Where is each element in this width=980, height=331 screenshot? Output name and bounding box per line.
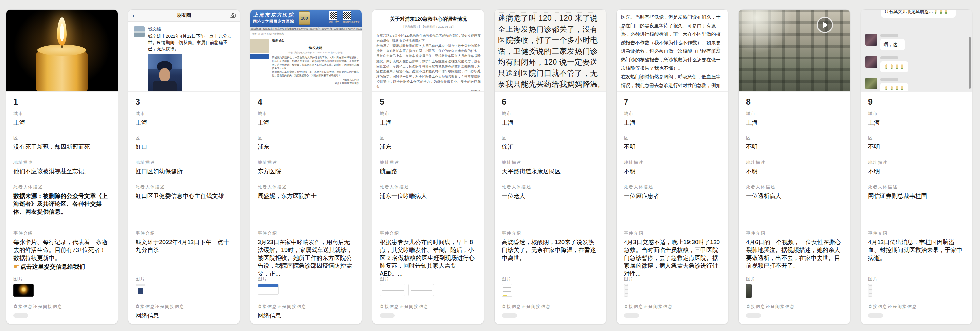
thumbnail-document-screenshot[interactable] — [409, 284, 434, 296]
hospital-website-screenshot: 上海市东方医院 同济大学附属东方医院 100 微信二维码 患者移动服务平台 医院… — [250, 10, 362, 91]
field-direct: 直接信息还是间接信息 — [624, 304, 721, 323]
video-still — [739, 10, 850, 91]
moments-post: 钱文雄 钱文雄于2022年4月12日下午一点十九分去世。疫情期间一切从简。家属目… — [128, 22, 240, 92]
district-label: 区 — [258, 135, 355, 141]
scrollbar[interactable] — [969, 37, 970, 89]
address-label: 地址描述 — [380, 160, 477, 165]
record-body: 7 城市 上海 区 不明 地址描述 不明 死者大体描述 一位癌症患者 事件介绍 … — [617, 92, 728, 323]
field-event: 事件介绍 钱文雄于2022年4月12日下午一点十九分自杀 — [135, 230, 232, 276]
district-value: 浦东 — [258, 143, 355, 151]
direct-label: 直接信息还是间接信息 — [13, 304, 110, 309]
city-label: 城市 — [502, 111, 599, 116]
record-card[interactable]: 上海市东方医院 同济大学附属东方医院 100 微信二维码 患者移动服务平台 医院… — [250, 9, 362, 325]
submit-info-link[interactable]: 点击这里提交信息给我们 — [20, 264, 85, 270]
image-thumbnails — [502, 284, 599, 297]
deceased-label: 死者大体描述 — [380, 184, 477, 190]
deceased-label: 死者大体描述 — [624, 184, 721, 190]
record-body: 4 城市 上海 区 浦东 地址描述 东方医院 死者大体描述 周盛妮，东方医院护士… — [250, 92, 362, 323]
district-value: 没有死于新冠，却因新冠而死 — [13, 143, 110, 151]
district-value: 浦东 — [380, 143, 477, 151]
record-body: 5 城市 上海 区 浦东 地址描述 航昌路 死者大体描述 浦东一位哮喘病人 事件… — [372, 92, 484, 323]
record-body: 3 城市 上海 区 虹口 地址描述 虹口区妇幼保健所 死者大体描述 虹口区卫健委… — [128, 92, 240, 323]
record-cover-image[interactable]: 迷病危了叫 120，120 来了说 全上海发热门诊都关了，没有 医院接收，打了一… — [495, 10, 606, 92]
record-cover-image[interactable]: 关于对浦东120急救中心的调查情况 【信息来源：】【信息时间：2022-03-3… — [372, 10, 484, 92]
field-address: 地址描述 他们不应该被漠视甚至忘记。 — [13, 160, 110, 184]
field-city: 城市 上海 — [13, 111, 110, 135]
deceased-label: 死者大体描述 — [258, 184, 355, 190]
thumbnail-chat-screenshot[interactable] — [868, 284, 872, 297]
city-label: 城市 — [746, 111, 843, 116]
city-label: 城市 — [13, 111, 110, 116]
record-card[interactable]: 微博 微博 微博 医院。当时有些低烧，但是发热门诊在消杀，于 是在门口的黑夜里等… — [616, 9, 728, 325]
pray-hands-emoji — [895, 64, 899, 69]
event-value: 每张卡片、每行记录，代表着一条逝去的鲜活生命。目前有73+位死者！数据持续更新中… — [13, 238, 110, 262]
record-cover-image[interactable] — [6, 10, 118, 92]
field-city: 城市 上海 — [502, 111, 599, 135]
field-image: 图片 — [624, 276, 721, 304]
image-label: 图片 — [502, 276, 599, 281]
district-label: 区 — [135, 135, 232, 141]
deceased-value: 数据来源：被删除的公众号文章《上海逝者》及其评论区、各种社交媒体、网友提供信息。 — [13, 192, 110, 216]
thumbnail-moments-screenshot[interactable] — [135, 284, 145, 297]
report-body: 在航昌路376弄小区120急救医生未向求救患者施救的情况，我委立即连夜启动调查，… — [376, 33, 480, 90]
field-direct: 直接信息还是间接信息 网络信息 — [135, 304, 232, 323]
site-nav-bar: 医院概况 | 名医名家 | 科室介绍 | 党建园地 | 医政管理 | 医学教育 … — [250, 27, 362, 32]
direct-label: 直接信息还是间接信息 — [380, 304, 477, 309]
candle-photo — [6, 10, 118, 91]
record-cover-image[interactable]: ‹ 朋友圈 钱文雄 钱文雄于2022年4月12日下午一点十九分去世。疫情期间一切… — [128, 10, 240, 92]
field-city: 城市 上海 — [258, 111, 355, 135]
report-title: 关于对浦东120急救中心的调查情况 — [376, 16, 480, 22]
chat-message: 啊，这。 — [865, 34, 905, 50]
thumbnail-candle-photo[interactable] — [13, 284, 34, 297]
city-value: 上海 — [624, 118, 721, 126]
city-value: 上海 — [502, 118, 599, 126]
thumbnail-video-frame[interactable] — [746, 284, 751, 298]
announcement-signature: 上海市东方医院 同济大学附属东方医院 — [272, 78, 359, 85]
address-value: 东方医院 — [258, 168, 355, 175]
field-event: 事件介绍 4月12日传出消息，韦桂国因脑溢血、封控期间就医救治未果，于家中病逝。 — [868, 230, 965, 276]
record-card[interactable]: 1 城市 上海 区 没有死于新冠，却因新冠而死 地址描述 他们不应该被漠视甚至忘… — [6, 9, 118, 325]
field-district: 区 虹口 — [135, 135, 232, 160]
field-district: 区 不明 — [624, 135, 721, 160]
chat-bubble — [880, 61, 908, 72]
record-number: 4 — [258, 92, 355, 111]
play-button[interactable] — [817, 17, 833, 33]
thumbnail-long-screenshot[interactable] — [624, 284, 628, 297]
thumbnail-text-screenshot[interactable] — [502, 284, 512, 297]
direct-label: 直接信息还是间接信息 — [868, 304, 965, 309]
district-label: 区 — [746, 135, 843, 141]
record-body: 8 城市 上海 区 不明 地址描述 不明 死者大体描述 一位透析病人 事件介绍 … — [739, 92, 850, 323]
record-card[interactable]: 迷病危了叫 120，120 来了说 全上海发热门诊都关了，没有 医院接收，打了一… — [494, 9, 606, 325]
address-label: 地址描述 — [13, 160, 110, 165]
thumbnail-webpage-screenshot[interactable] — [258, 284, 278, 294]
district-value: 不明 — [746, 143, 843, 151]
image-label: 图片 — [135, 276, 232, 281]
screenshot-text: 迷病危了叫 120，120 来了说 全上海发热门诊都关了，没有 医院接收，打了一… — [498, 13, 603, 90]
event-label: 事件介绍 — [258, 230, 355, 236]
thumbnail-document-screenshot[interactable] — [380, 284, 405, 296]
qr-code — [343, 11, 351, 20]
record-cover-image[interactable] — [739, 10, 850, 92]
field-address: 地址描述 不明 — [746, 160, 843, 184]
field-city: 城市 上海 — [624, 111, 721, 135]
record-cover-image[interactable]: 微博 微博 微博 医院。当时有些低烧，但是发热门诊在消杀，于 是在门口的黑夜里等… — [617, 10, 728, 92]
district-value: 徐汇 — [502, 143, 599, 151]
direct-label: 直接信息还是间接信息 — [624, 304, 721, 309]
record-cover-image[interactable]: 只有其女儿眼见其病逝… 啊，这。 — [861, 10, 972, 92]
record-card[interactable]: 关于对浦东120急救中心的调查情况 【信息来源：】【信息时间：2022-03-3… — [372, 9, 484, 325]
record-card[interactable]: ‹ 朋友圈 钱文雄 钱文雄于2022年4月12日下午一点十九分去世。疫情期间一切… — [128, 9, 240, 325]
record-card[interactable]: 8 城市 上海 区 不明 地址描述 不明 死者大体描述 一位透析病人 事件介绍 … — [738, 9, 850, 325]
chat-bubble: 啊，这。 — [880, 39, 905, 50]
record-body: 9 城市 上海 区 不明 地址描述 不明 死者大体描述 网信证券副总裁韦桂国 事… — [861, 92, 972, 323]
event-value: 根据患者女儿公布的时间线，早上 8 点，其父哮喘发作、晕倒。随后，小区 2 名做… — [380, 238, 477, 276]
city-value: 上海 — [135, 118, 232, 126]
city-label: 城市 — [868, 111, 965, 116]
chat-message — [865, 56, 908, 72]
qr-label: 微信二维码 — [329, 20, 340, 23]
field-event: 事件介绍 4月6日的一个视频，一位女性在撕心裂肺地哭泣。据视频描述，她的亲人要做… — [746, 230, 843, 276]
record-card[interactable]: 只有其女儿眼见其病逝… 啊，这。 — [861, 9, 972, 325]
direct-empty-pill — [746, 313, 761, 318]
address-value: 不明 — [746, 168, 843, 175]
record-cover-image[interactable]: 上海市东方医院 同济大学附属东方医院 100 微信二维码 患者移动服务平台 医院… — [250, 10, 362, 92]
record-number: 5 — [380, 92, 477, 111]
